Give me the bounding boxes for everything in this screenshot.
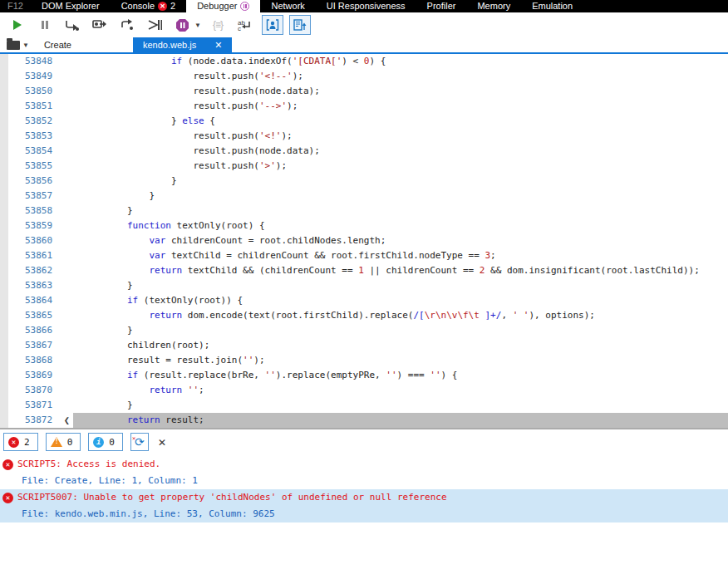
code-line-text[interactable]: } bbox=[73, 189, 728, 204]
code-line[interactable]: 53851 result.push('-->'); bbox=[0, 99, 728, 114]
console-entry[interactable]: File: Create, Line: 1, Column: 1 bbox=[0, 473, 728, 489]
code-line-text[interactable]: return textChild && (childrenCount == 1 … bbox=[73, 263, 728, 278]
code-line[interactable]: 53849 result.push('<!--'); bbox=[0, 69, 728, 84]
code-line[interactable]: 53854 result.push(node.data); bbox=[0, 144, 728, 159]
console-entry[interactable]: File: kendo.web.min.js, Line: 53, Column… bbox=[0, 506, 728, 522]
continue-button[interactable] bbox=[7, 15, 28, 35]
code-line-text[interactable]: if (result.replace(brRe, '').replace(emp… bbox=[73, 368, 728, 383]
close-tab-icon[interactable]: ✕ bbox=[214, 40, 222, 51]
code-line[interactable]: 53868 result = result.join(''); bbox=[0, 353, 728, 368]
just-my-code-button[interactable] bbox=[262, 15, 283, 35]
code-line[interactable]: 53869 if (result.replace(brRe, '').repla… bbox=[0, 368, 728, 383]
code-line[interactable]: 53861 var textChild = childrenCount && r… bbox=[0, 248, 728, 263]
word-wrap-button[interactable]: abc bbox=[234, 15, 256, 35]
code-line[interactable]: 53852 } else { bbox=[0, 114, 728, 129]
code-line[interactable]: 53855 result.push('>'); bbox=[0, 159, 728, 174]
breakpoint-gutter[interactable] bbox=[0, 383, 8, 398]
clear-on-navigate-button[interactable]: ⟳ bbox=[130, 433, 149, 451]
pretty-print-button[interactable]: {≡} bbox=[207, 15, 229, 35]
tab-debugger[interactable]: Debugger bbox=[186, 0, 260, 12]
breakpoint-gutter[interactable] bbox=[0, 54, 8, 69]
tab-console[interactable]: Console ✕ 2 bbox=[111, 0, 186, 12]
code-line[interactable]: 53870 return ''; bbox=[0, 383, 728, 398]
step-over-button[interactable] bbox=[61, 15, 83, 35]
tab-profiler[interactable]: Profiler bbox=[416, 0, 467, 12]
code-line-text[interactable]: } else { bbox=[73, 114, 728, 129]
breakpoint-gutter[interactable] bbox=[0, 248, 8, 263]
code-line-text[interactable]: return dom.encode(text(root.firstChild).… bbox=[73, 308, 728, 323]
code-line-text[interactable]: result.push('-->'); bbox=[73, 99, 728, 114]
code-line[interactable]: 53872❮ return result; bbox=[0, 413, 728, 428]
document-tab-create[interactable]: Create bbox=[34, 37, 71, 52]
open-file-button[interactable]: ▼ bbox=[0, 37, 34, 52]
code-line-text[interactable]: result.push(node.data); bbox=[73, 144, 728, 159]
code-line-text[interactable]: } bbox=[73, 174, 728, 189]
code-line[interactable]: 53871 } bbox=[0, 398, 728, 413]
breakpoint-gutter[interactable] bbox=[0, 278, 8, 293]
code-line[interactable]: 53866 } bbox=[0, 323, 728, 338]
warnings-filter-button[interactable]: 0 bbox=[46, 433, 81, 451]
code-line[interactable]: 53862 return textChild && (childrenCount… bbox=[0, 263, 728, 278]
code-line[interactable]: 53856 } bbox=[0, 174, 728, 189]
tab-ui-responsiveness[interactable]: UI Responsiveness bbox=[316, 0, 416, 12]
breakpoint-gutter[interactable] bbox=[0, 174, 8, 189]
breakpoint-gutter[interactable] bbox=[0, 144, 8, 159]
code-line[interactable]: 53860 var childrenCount = root.childNode… bbox=[0, 233, 728, 248]
code-line[interactable]: 53858 } bbox=[0, 204, 728, 218]
breakpoint-gutter[interactable] bbox=[0, 308, 8, 323]
break-on-new-worker-button[interactable] bbox=[144, 15, 165, 35]
code-line-text[interactable]: var textChild = childrenCount && root.fi… bbox=[73, 248, 728, 263]
breakpoint-gutter[interactable] bbox=[0, 233, 8, 248]
code-line-text[interactable]: return ''; bbox=[73, 383, 728, 398]
tab-memory[interactable]: Memory bbox=[466, 0, 521, 12]
code-line-text[interactable]: result.push(node.data); bbox=[73, 84, 728, 99]
breakpoint-gutter[interactable] bbox=[0, 293, 8, 308]
code-line-text[interactable]: if (textOnly(root)) { bbox=[73, 293, 728, 308]
code-line-text[interactable]: } bbox=[73, 398, 728, 413]
code-line-text[interactable]: result.push('<!'); bbox=[73, 129, 728, 144]
code-line[interactable]: 53865 return dom.encode(text(root.firstC… bbox=[0, 308, 728, 323]
code-line-text[interactable]: if (node.data.indexOf('[CDATA[') < 0) { bbox=[73, 54, 728, 69]
breakpoint-gutter[interactable] bbox=[0, 353, 8, 368]
breakpoint-gutter[interactable] bbox=[0, 129, 8, 144]
code-editor[interactable]: 53848 if (node.data.indexOf('[CDATA[') <… bbox=[0, 54, 728, 429]
code-line-text[interactable]: function textOnly(root) { bbox=[73, 218, 728, 233]
info-filter-button[interactable]: i 0 bbox=[88, 433, 123, 451]
breakpoint-gutter[interactable] bbox=[0, 218, 8, 233]
breakpoint-gutter[interactable] bbox=[0, 84, 8, 99]
breakpoint-gutter[interactable] bbox=[0, 189, 8, 204]
code-line-text[interactable]: result = result.join(''); bbox=[73, 353, 728, 368]
breakpoint-gutter[interactable] bbox=[0, 338, 8, 353]
code-line-text[interactable]: result.push('<!--'); bbox=[73, 69, 728, 84]
breakpoint-gutter[interactable] bbox=[0, 204, 8, 218]
breakpoint-gutter[interactable] bbox=[0, 114, 8, 129]
breakpoint-gutter[interactable] bbox=[0, 323, 8, 338]
file-tab-active[interactable]: kendo.web.js ✕ bbox=[133, 37, 232, 52]
breakpoint-gutter[interactable] bbox=[0, 263, 8, 278]
code-line-text[interactable]: return result; bbox=[73, 413, 728, 428]
breakpoint-gutter[interactable] bbox=[0, 368, 8, 383]
code-line[interactable]: 53857 } bbox=[0, 189, 728, 204]
code-line-text[interactable]: } bbox=[73, 278, 728, 293]
breakpoint-gutter[interactable] bbox=[0, 69, 8, 84]
source-maps-button[interactable] bbox=[289, 15, 311, 35]
tab-network[interactable]: Network bbox=[260, 0, 315, 12]
code-line[interactable]: 53853 result.push('<!'); bbox=[0, 129, 728, 144]
console-entry[interactable]: ✕SCRIPT5007: Unable to get property 'chi… bbox=[0, 489, 728, 506]
code-line[interactable]: 53850 result.push(node.data); bbox=[0, 84, 728, 99]
breakpoint-gutter[interactable] bbox=[0, 398, 8, 413]
code-line-text[interactable]: } bbox=[73, 204, 728, 218]
exception-dropdown-caret[interactable]: ▼ bbox=[194, 22, 201, 29]
breakpoint-gutter[interactable] bbox=[0, 159, 8, 174]
tab-emulation[interactable]: Emulation bbox=[521, 0, 583, 12]
errors-filter-button[interactable]: ✕ 2 bbox=[3, 433, 38, 451]
code-line[interactable]: 53864 if (textOnly(root)) { bbox=[0, 293, 728, 308]
clear-console-icon[interactable]: ✕ bbox=[159, 434, 166, 449]
code-line-text[interactable]: children(root); bbox=[73, 338, 728, 353]
tab-dom-explorer[interactable]: DOM Explorer bbox=[31, 0, 111, 12]
breakpoint-gutter[interactable] bbox=[0, 99, 8, 114]
code-line-text[interactable]: result.push('>'); bbox=[73, 159, 728, 174]
breakpoint-gutter[interactable] bbox=[0, 413, 8, 428]
code-line[interactable]: 53848 if (node.data.indexOf('[CDATA[') <… bbox=[0, 54, 728, 69]
exception-control-button[interactable] bbox=[171, 15, 193, 35]
